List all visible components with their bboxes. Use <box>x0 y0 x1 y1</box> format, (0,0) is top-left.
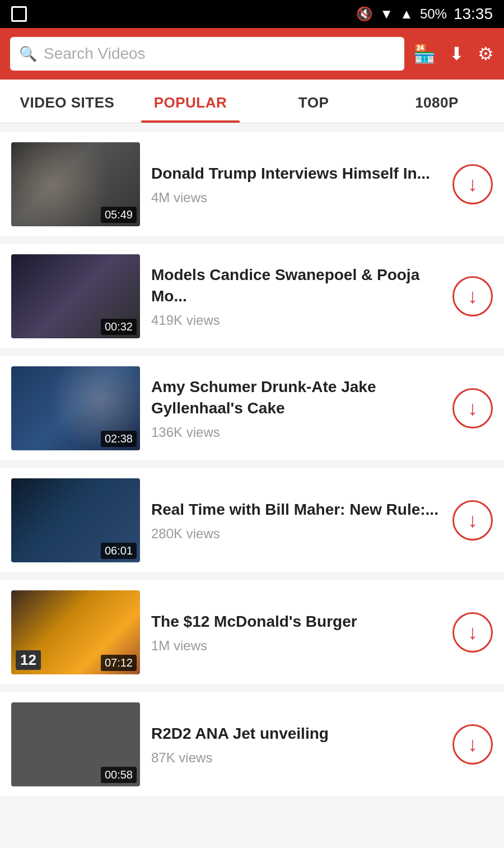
tab-top[interactable]: TOP <box>252 80 375 123</box>
download-button[interactable]: ↓ <box>452 500 493 541</box>
thumb-badge: 12 <box>16 650 41 670</box>
video-title: Real Time with Bill Maher: New Rule:... <box>151 499 441 520</box>
download-button[interactable]: ↓ <box>452 612 493 653</box>
search-placeholder: Search Videos <box>44 45 146 63</box>
video-title: R2D2 ANA Jet unveiling <box>151 723 441 744</box>
tab-1080p[interactable]: 1080P <box>375 80 498 123</box>
thumbnail: 1207:12 <box>11 590 140 674</box>
download-arrow-icon: ↓ <box>468 286 478 306</box>
video-info: The $12 McDonald's Burger1M views <box>151 611 441 654</box>
video-title: The $12 McDonald's Burger <box>151 611 441 632</box>
video-views: 419K views <box>151 313 441 328</box>
video-duration: 00:58 <box>101 767 137 783</box>
search-box[interactable]: 🔍 Search Videos <box>10 37 404 71</box>
thumbnail: 00:32 <box>11 254 140 338</box>
status-left <box>11 6 27 22</box>
video-views: 280K views <box>151 526 441 542</box>
video-title: Donald Trump Interviews Himself In... <box>151 163 441 184</box>
video-duration: 00:32 <box>101 319 137 335</box>
video-duration: 06:01 <box>101 543 137 559</box>
thumbnail: 05:49 <box>11 142 140 226</box>
video-card[interactable]: 00:32Models Candice Swanepoel & Pooja Mo… <box>0 244 504 348</box>
status-bar: 🔇 ▼ ▲ 50% 13:35 <box>0 0 504 28</box>
video-info: Real Time with Bill Maher: New Rule:...2… <box>151 499 441 542</box>
download-arrow-icon: ↓ <box>468 510 478 530</box>
download-button[interactable]: ↓ <box>452 388 493 428</box>
video-card[interactable]: 1207:12The $12 McDonald's Burger1M views… <box>0 580 504 684</box>
download-arrow-icon: ↓ <box>468 174 478 194</box>
tab-popular[interactable]: POPULAR <box>129 80 252 123</box>
video-info: R2D2 ANA Jet unveiling87K views <box>151 723 441 766</box>
video-duration: 07:12 <box>101 655 137 671</box>
thumbnail: 00:58 <box>11 702 140 786</box>
video-card[interactable]: 02:38Amy Schumer Drunk-Ate Jake Gyllenha… <box>0 356 504 460</box>
search-icon: 🔍 <box>19 45 37 63</box>
store-icon[interactable]: 🏪 <box>413 43 436 64</box>
download-arrow-icon: ↓ <box>468 398 478 418</box>
download-header-icon[interactable]: ⬇ <box>449 43 464 64</box>
video-card[interactable]: 06:01Real Time with Bill Maher: New Rule… <box>0 468 504 572</box>
video-info: Donald Trump Interviews Himself In...4M … <box>151 163 441 206</box>
battery-level: 50% <box>420 6 447 22</box>
video-info: Amy Schumer Drunk-Ate Jake Gyllenhaal's … <box>151 376 441 440</box>
download-arrow-icon: ↓ <box>468 622 478 642</box>
video-title: Models Candice Swanepoel & Pooja Mo... <box>151 264 441 307</box>
download-button[interactable]: ↓ <box>452 164 493 204</box>
download-arrow-icon: ↓ <box>468 734 478 754</box>
video-list: 05:49Donald Trump Interviews Himself In.… <box>0 123 504 805</box>
video-views: 136K views <box>151 425 441 440</box>
header-icons: 🏪 ⬇ ⚙ <box>413 43 494 64</box>
thumbnail: 06:01 <box>11 478 140 562</box>
video-title: Amy Schumer Drunk-Ate Jake Gyllenhaal's … <box>151 376 441 419</box>
mute-icon: 🔇 <box>356 6 373 22</box>
thumbnail: 02:38 <box>11 366 140 450</box>
download-button[interactable]: ↓ <box>452 276 493 316</box>
signal-icon: ▲ <box>400 6 413 22</box>
video-views: 1M views <box>151 638 441 654</box>
download-button[interactable]: ↓ <box>452 724 493 765</box>
status-time: 13:35 <box>454 5 493 23</box>
settings-icon[interactable]: ⚙ <box>478 43 494 64</box>
status-square-icon <box>11 6 27 22</box>
tabs-bar: VIDEO SITES POPULAR TOP 1080P <box>0 80 504 123</box>
tab-video-sites[interactable]: VIDEO SITES <box>6 80 129 123</box>
header: 🔍 Search Videos 🏪 ⬇ ⚙ <box>0 28 504 80</box>
video-views: 4M views <box>151 190 441 206</box>
video-card[interactable]: 05:49Donald Trump Interviews Himself In.… <box>0 132 504 236</box>
wifi-icon: ▼ <box>380 6 393 22</box>
video-views: 87K views <box>151 750 441 766</box>
video-duration: 02:38 <box>101 431 137 447</box>
video-duration: 05:49 <box>101 207 137 223</box>
video-card[interactable]: 00:58R2D2 ANA Jet unveiling87K views↓ <box>0 692 504 796</box>
status-right: 🔇 ▼ ▲ 50% 13:35 <box>356 5 493 23</box>
video-info: Models Candice Swanepoel & Pooja Mo...41… <box>151 264 441 328</box>
